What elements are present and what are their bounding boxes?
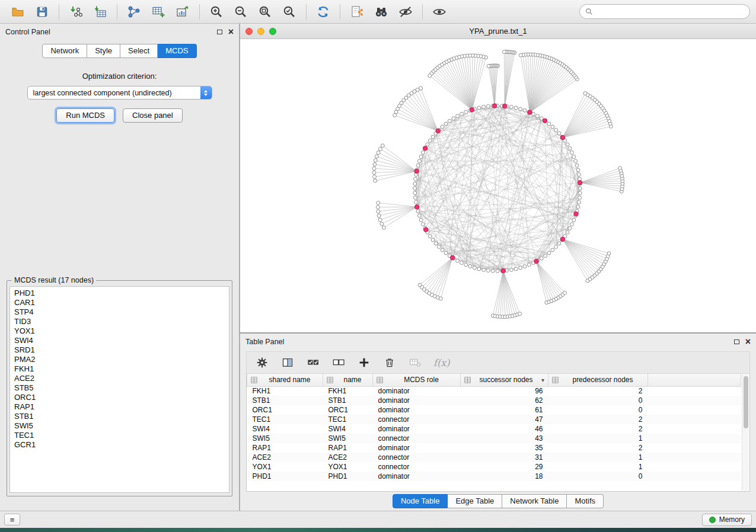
mcds-result-item[interactable]: STP4 xyxy=(14,307,225,317)
export-network-button[interactable] xyxy=(345,2,369,21)
show-column-button[interactable] xyxy=(280,355,295,370)
zoom-out-button[interactable] xyxy=(229,2,253,21)
table-options-button[interactable] xyxy=(255,355,269,370)
hide-graphics-details-button[interactable] xyxy=(394,2,417,21)
network-canvas[interactable] xyxy=(240,39,756,332)
table-row[interactable]: PHD1PHD1dominator180 xyxy=(247,472,741,481)
memory-button[interactable]: Memory xyxy=(702,514,752,526)
zoom-fit-button[interactable] xyxy=(253,2,277,21)
criterion-dropdown[interactable]: largest connected component (undirected) xyxy=(27,86,212,100)
close-window-icon[interactable] xyxy=(245,28,253,35)
table-row[interactable]: ACE2ACE2connector311 xyxy=(247,453,741,462)
mcds-result-title: MCDS result (17 nodes) xyxy=(12,276,96,284)
refresh-view-button[interactable] xyxy=(311,2,335,21)
mcds-result-item[interactable]: GCR1 xyxy=(14,440,225,450)
tab-motifs[interactable]: Motifs xyxy=(567,494,604,508)
new-network-button[interactable] xyxy=(122,2,146,21)
import-network-button[interactable] xyxy=(64,2,88,21)
table-cell-filler xyxy=(648,386,741,396)
table-cell-filler xyxy=(648,453,741,462)
column-header[interactable]: MCDS role xyxy=(373,374,461,386)
find-button[interactable] xyxy=(369,2,393,21)
open-session-button[interactable] xyxy=(6,2,30,21)
select-all-button[interactable] xyxy=(306,355,320,370)
table-cell: 29 xyxy=(461,462,548,472)
mcds-result-item[interactable]: ORC1 xyxy=(14,393,225,402)
minimize-window-icon[interactable] xyxy=(257,28,264,35)
tab-node-table[interactable]: Node Table xyxy=(393,494,448,508)
network-graph[interactable] xyxy=(240,39,756,332)
add-table-button[interactable] xyxy=(146,2,170,21)
network-view-titlebar[interactable]: YPA_prune.txt_1 xyxy=(240,24,756,39)
mcds-result-item[interactable]: STB5 xyxy=(14,383,225,393)
mcds-result-item[interactable]: ACE2 xyxy=(14,374,225,383)
table-row[interactable]: SWI4SWI4dominator462 xyxy=(247,424,741,434)
float-panel-icon[interactable] xyxy=(217,30,222,34)
mcds-result-item[interactable]: FKH1 xyxy=(14,364,225,374)
checked-boxes-icon xyxy=(307,356,320,369)
table-cell-filler xyxy=(648,434,741,443)
close-panel-button[interactable]: Close panel xyxy=(123,108,183,123)
status-menu-button[interactable]: ≡ xyxy=(4,514,20,525)
mcds-result-list[interactable]: PHD1CAR1STP4TID3YOX1SWI4SRD1PMA2FKH1ACE2… xyxy=(9,286,229,493)
mcds-result-item[interactable]: CAR1 xyxy=(14,298,225,307)
mcds-result-item[interactable]: PHD1 xyxy=(14,289,225,298)
table-cell: PHD1 xyxy=(323,472,373,481)
close-table-panel-icon[interactable]: × xyxy=(745,339,751,345)
table-row[interactable]: FKH1FKH1dominator962 xyxy=(247,386,741,396)
table-cell: SWI5 xyxy=(323,434,373,443)
deselect-all-button[interactable] xyxy=(331,355,346,370)
tab-select[interactable]: Select xyxy=(120,44,158,58)
scrollbar-thumb[interactable] xyxy=(744,376,748,428)
column-header[interactable]: successor nodes▾ xyxy=(461,374,548,386)
search-input[interactable] xyxy=(596,7,744,17)
zoom-in-button[interactable] xyxy=(205,2,228,21)
table-row[interactable]: RAP1RAP1dominator352 xyxy=(247,443,741,453)
mcds-result-item[interactable]: RAP1 xyxy=(14,402,225,412)
float-table-panel-icon[interactable] xyxy=(734,339,739,344)
gear-icon xyxy=(256,357,268,368)
save-session-button[interactable] xyxy=(30,2,54,21)
maximize-window-icon[interactable] xyxy=(269,28,276,35)
table-panel-header: Table Panel × xyxy=(240,334,756,350)
mcds-result-item[interactable]: TID3 xyxy=(14,317,225,326)
table-scrollbar[interactable] xyxy=(742,374,749,491)
mcds-result-item[interactable]: STB1 xyxy=(14,412,225,421)
open-folder-icon xyxy=(11,5,25,19)
table-row[interactable]: ORC1ORC1dominator610 xyxy=(247,405,741,415)
column-header[interactable]: name xyxy=(323,374,373,386)
mcds-result-item[interactable]: PMA2 xyxy=(14,355,225,364)
delete-table-button-disabled xyxy=(408,355,422,370)
mcds-result-item[interactable]: SWI4 xyxy=(14,336,225,345)
mcds-result-item[interactable]: SWI5 xyxy=(14,421,225,431)
column-header[interactable]: predecessor nodes xyxy=(548,374,648,386)
tab-network[interactable]: Network xyxy=(42,44,87,58)
node-table[interactable]: shared namenameMCDS rolesuccessor nodes▾… xyxy=(246,374,750,492)
search-box[interactable] xyxy=(579,4,750,19)
run-mcds-button[interactable]: Run MCDS xyxy=(56,108,114,123)
close-panel-icon[interactable]: × xyxy=(228,29,234,35)
tab-style[interactable]: Style xyxy=(87,44,120,58)
tab-mcds[interactable]: MCDS xyxy=(158,44,196,58)
mcds-result-item[interactable]: YOX1 xyxy=(14,326,225,336)
tab-network-table[interactable]: Network Table xyxy=(502,494,567,508)
import-table-button[interactable] xyxy=(88,2,112,21)
import-image-button[interactable] xyxy=(171,2,194,21)
table-cell: RAP1 xyxy=(323,443,373,453)
table-row[interactable]: STB1STB1dominator620 xyxy=(247,396,741,405)
show-graphics-details-button[interactable] xyxy=(428,2,451,21)
table-row[interactable]: YOX1YOX1connector291 xyxy=(247,462,741,472)
tab-edge-table[interactable]: Edge Table xyxy=(448,494,502,508)
table-cell: 47 xyxy=(461,415,548,424)
create-column-button[interactable] xyxy=(357,355,371,370)
column-header[interactable]: shared name xyxy=(247,374,323,386)
table-cell: SWI4 xyxy=(247,424,323,434)
zoom-selected-button[interactable] xyxy=(277,2,301,21)
table-cell: 46 xyxy=(461,424,548,434)
delete-column-button[interactable] xyxy=(382,355,397,370)
columns-icon xyxy=(282,357,294,368)
table-row[interactable]: TEC1TEC1connector472 xyxy=(247,415,741,424)
mcds-result-item[interactable]: TEC1 xyxy=(14,431,225,440)
table-row[interactable]: SWI5SWI5connector431 xyxy=(247,434,741,443)
mcds-result-item[interactable]: SRD1 xyxy=(14,345,225,355)
